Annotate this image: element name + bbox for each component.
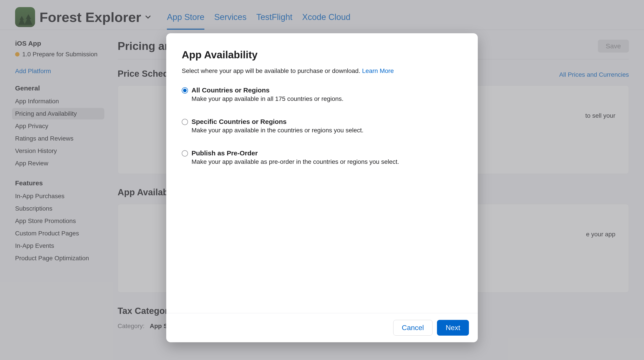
radio-circle-icon[interactable] bbox=[182, 87, 188, 94]
radio-label: Publish as Pre-Order bbox=[192, 149, 399, 157]
modal-body: App Availability Select where your app w… bbox=[166, 33, 478, 313]
modal-overlay: App Availability Select where your app w… bbox=[0, 0, 644, 360]
modal-title: App Availability bbox=[182, 49, 462, 61]
radio-texts: Specific Countries or RegionsMake your a… bbox=[192, 118, 364, 134]
radio-texts: All Countries or RegionsMake your app av… bbox=[192, 86, 344, 102]
learn-more-link[interactable]: Learn More bbox=[362, 67, 394, 74]
radio-group: All Countries or RegionsMake your app av… bbox=[182, 86, 462, 165]
radio-option-0[interactable]: All Countries or RegionsMake your app av… bbox=[182, 86, 462, 102]
radio-label: Specific Countries or Regions bbox=[192, 118, 364, 126]
modal-subtitle: Select where your app will be available … bbox=[182, 67, 462, 74]
radio-circle-icon[interactable] bbox=[182, 119, 188, 125]
modal-footer: Cancel Next bbox=[166, 313, 478, 342]
radio-option-1[interactable]: Specific Countries or RegionsMake your a… bbox=[182, 118, 462, 134]
radio-texts: Publish as Pre-OrderMake your app availa… bbox=[192, 149, 399, 165]
radio-description: Make your app available in the countries… bbox=[192, 127, 364, 134]
modal-subtitle-text: Select where your app will be available … bbox=[182, 67, 360, 74]
radio-label: All Countries or Regions bbox=[192, 86, 344, 94]
radio-circle-icon[interactable] bbox=[182, 150, 188, 157]
cancel-button[interactable]: Cancel bbox=[393, 320, 433, 336]
radio-option-2[interactable]: Publish as Pre-OrderMake your app availa… bbox=[182, 149, 462, 165]
app-availability-modal: App Availability Select where your app w… bbox=[166, 33, 478, 342]
radio-description: Make your app available in all 175 count… bbox=[192, 95, 344, 102]
next-button[interactable]: Next bbox=[437, 320, 469, 336]
radio-description: Make your app available as pre-order in … bbox=[192, 158, 399, 165]
